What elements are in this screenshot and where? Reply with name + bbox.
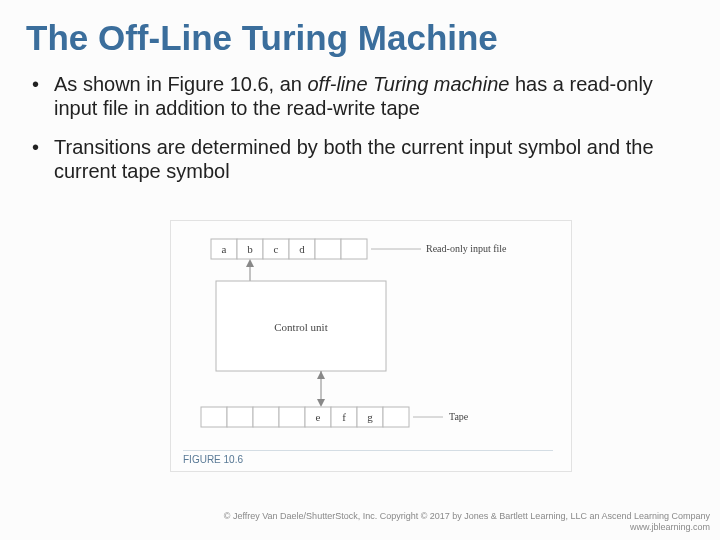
copyright-url: www.jblearning.com — [224, 522, 710, 534]
cell-d: d — [299, 243, 305, 255]
label-tape: Tape — [449, 411, 469, 422]
list-item: Transitions are determined by both the c… — [32, 135, 680, 184]
cell-g: g — [367, 411, 373, 423]
label-control-unit: Control unit — [274, 321, 327, 333]
cell-c: c — [274, 243, 279, 255]
svg-rect-14 — [227, 407, 253, 427]
list-item: As shown in Figure 10.6, an off-line Tur… — [32, 72, 680, 121]
bullet-italic: off-line Turing machine — [307, 73, 509, 95]
bullet-list: As shown in Figure 10.6, an off-line Tur… — [0, 58, 720, 184]
figure-diagram: a b c d Read-only input file Control uni… — [171, 221, 571, 451]
svg-marker-11 — [317, 371, 325, 379]
svg-rect-16 — [279, 407, 305, 427]
cell-e: e — [316, 411, 321, 423]
label-input-file: Read-only input file — [426, 243, 507, 254]
cell-f: f — [342, 411, 346, 423]
svg-rect-4 — [315, 239, 341, 259]
svg-rect-13 — [201, 407, 227, 427]
copyright-line: © Jeffrey Van Daele/ShutterStock, Inc. C… — [224, 511, 710, 523]
page-title: The Off-Line Turing Machine — [0, 0, 720, 58]
svg-marker-12 — [317, 399, 325, 407]
cell-a: a — [222, 243, 227, 255]
figure-caption: FIGURE 10.6 — [183, 450, 553, 465]
svg-rect-15 — [253, 407, 279, 427]
svg-marker-8 — [246, 259, 254, 267]
svg-rect-5 — [341, 239, 367, 259]
bullet-text: As shown in Figure 10.6, an — [54, 73, 307, 95]
svg-rect-20 — [383, 407, 409, 427]
figure-container: a b c d Read-only input file Control uni… — [170, 220, 572, 472]
bullet-text: Transitions are determined by both the c… — [54, 136, 654, 182]
cell-b: b — [247, 243, 253, 255]
copyright: © Jeffrey Van Daele/ShutterStock, Inc. C… — [224, 511, 710, 534]
